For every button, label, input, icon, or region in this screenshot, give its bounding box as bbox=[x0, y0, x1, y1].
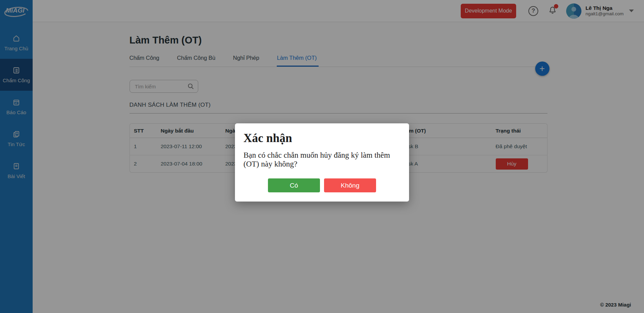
dialog-actions: Có Không bbox=[243, 178, 401, 192]
confirm-dialog: Xác nhận Bạn có chắc chắn muốn hủy đăng … bbox=[235, 123, 409, 202]
dialog-message: Bạn có chắc chắn muốn hủy đăng ký làm th… bbox=[243, 151, 401, 169]
confirm-no-button[interactable]: Không bbox=[324, 178, 376, 192]
dialog-title: Xác nhận bbox=[243, 132, 401, 145]
confirm-yes-button[interactable]: Có bbox=[268, 178, 320, 192]
